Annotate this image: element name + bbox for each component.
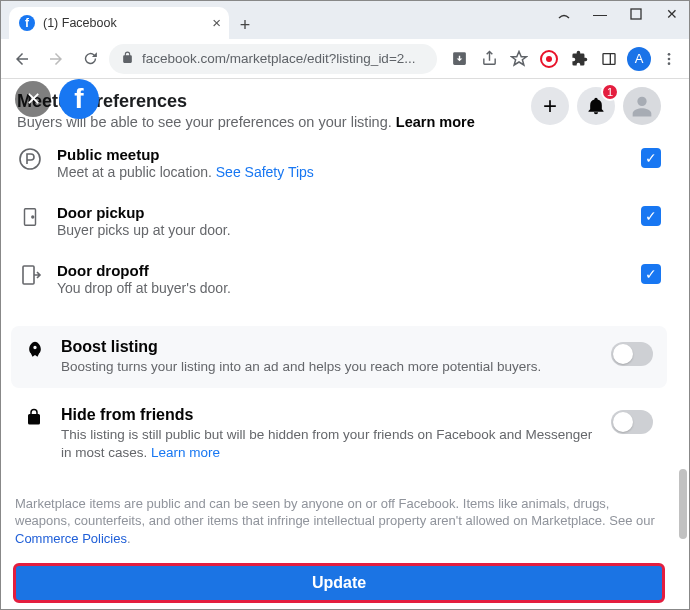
svg-point-3 — [668, 53, 671, 56]
tab-title: (1) Facebook — [43, 16, 117, 30]
browser-toolbar: facebook.com/marketplace/edit?listing_id… — [1, 39, 689, 79]
extensions-puzzle-icon[interactable] — [565, 45, 593, 73]
nav-back-button[interactable] — [7, 44, 37, 74]
nav-reload-button[interactable] — [75, 44, 105, 74]
marketplace-disclaimer: Marketplace items are public and can be … — [1, 481, 677, 556]
facebook-logo-icon[interactable]: f — [59, 79, 99, 119]
pref-title: Door pickup — [57, 204, 627, 221]
boost-listing-card: Boost listing Boosting turns your listin… — [11, 326, 667, 388]
checkbox-checked-icon[interactable]: ✓ — [641, 264, 661, 284]
facebook-favicon-icon: f — [19, 15, 35, 31]
svg-rect-0 — [631, 9, 641, 19]
parking-icon — [17, 146, 43, 172]
window-minimize-button[interactable]: — — [591, 5, 609, 23]
pref-public-meetup[interactable]: Public meetup Meet at a public location.… — [1, 134, 677, 192]
checkbox-checked-icon[interactable]: ✓ — [641, 206, 661, 226]
fb-header-actions: + 1 — [531, 87, 661, 125]
profile-avatar[interactable]: A — [625, 45, 653, 73]
fb-account-button[interactable] — [623, 87, 661, 125]
hide-toggle[interactable] — [611, 410, 653, 434]
door-icon — [17, 204, 43, 230]
svg-point-6 — [20, 149, 40, 169]
lock-icon — [121, 51, 134, 67]
window-maximize-button[interactable] — [627, 5, 645, 23]
vertical-scrollbar[interactable] — [679, 79, 687, 599]
share-icon[interactable] — [475, 45, 503, 73]
nav-forward-button[interactable] — [41, 44, 71, 74]
pref-door-dropoff[interactable]: Door dropoff You drop off at buyer's doo… — [1, 250, 677, 308]
url-text: facebook.com/marketplace/edit?listing_id… — [142, 51, 416, 66]
tab-close-icon[interactable]: × — [212, 14, 221, 31]
bookmark-star-icon[interactable] — [505, 45, 533, 73]
pref-title: Door dropoff — [57, 262, 627, 279]
notification-badge: 1 — [601, 83, 619, 101]
svg-point-5 — [668, 62, 671, 65]
meetup-learn-more-link[interactable]: Learn more — [396, 114, 475, 130]
install-app-icon[interactable] — [445, 45, 473, 73]
svg-point-8 — [32, 216, 34, 218]
boost-title: Boost listing — [61, 338, 597, 356]
browser-tab[interactable]: f (1) Facebook × — [9, 7, 229, 39]
address-bar[interactable]: facebook.com/marketplace/edit?listing_id… — [109, 44, 437, 74]
checkbox-checked-icon[interactable]: ✓ — [641, 148, 661, 168]
fb-notifications-button[interactable]: 1 — [577, 87, 615, 125]
svg-rect-9 — [23, 266, 34, 284]
hide-learn-more-link[interactable]: Learn more — [151, 445, 220, 460]
lock-icon — [25, 408, 47, 430]
fb-close-button[interactable]: ✕ — [15, 81, 51, 117]
kebab-menu-icon[interactable] — [655, 45, 683, 73]
boost-toggle[interactable] — [611, 342, 653, 366]
window-close-button[interactable]: ✕ — [663, 5, 681, 23]
door-arrow-icon — [17, 262, 43, 288]
fb-create-button[interactable]: + — [531, 87, 569, 125]
safety-tips-link[interactable]: See Safety Tips — [216, 164, 314, 180]
window-minimize-icon[interactable] — [555, 5, 573, 23]
svg-rect-1 — [603, 53, 615, 64]
window-controls: — ✕ — [555, 5, 681, 23]
new-tab-button[interactable]: + — [231, 11, 259, 39]
hide-from-friends-card: Hide from friends This listing is still … — [11, 394, 667, 474]
boost-desc: Boosting turns your listing into an ad a… — [61, 358, 597, 376]
scrollbar-thumb[interactable] — [679, 469, 687, 539]
sidepanel-icon[interactable] — [595, 45, 623, 73]
update-button[interactable]: Update — [13, 563, 665, 603]
page-content: ✕ f + 1 Meetup preferences Buyers will b… — [1, 79, 677, 609]
svg-point-4 — [668, 57, 671, 60]
rocket-icon — [25, 340, 47, 364]
fb-overlay-nav: ✕ f — [15, 79, 99, 119]
commerce-policies-link[interactable]: Commerce Policies — [15, 531, 127, 546]
pref-title: Public meetup — [57, 146, 627, 163]
pref-door-pickup[interactable]: Door pickup Buyer picks up at your door.… — [1, 192, 677, 250]
window-titlebar: f (1) Facebook × + — ✕ — [1, 1, 689, 39]
extension-icon[interactable] — [535, 45, 563, 73]
hide-title: Hide from friends — [61, 406, 597, 424]
